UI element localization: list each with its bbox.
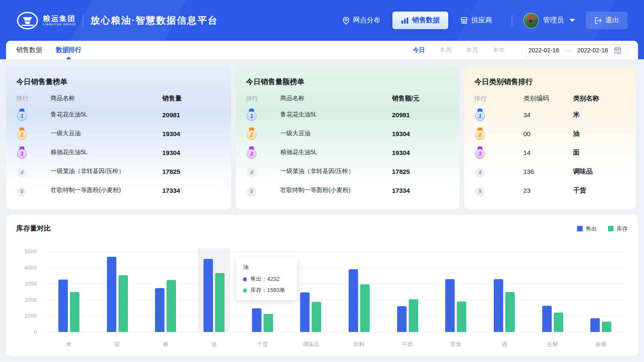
- sold-bar-牛奶[interactable]: [397, 306, 407, 332]
- stock-bar-干货[interactable]: [264, 314, 273, 332]
- value-cell: 17334: [392, 187, 449, 194]
- ranking-cards-row: 今日销售量榜单 排行 商品名称 销售量 1鲁花花生油5L209812一级大豆油1…: [6, 67, 638, 209]
- column-header-category: 类别名称: [573, 94, 626, 103]
- table-row: 4一级菜油（非转基因/压榨）17825: [16, 162, 221, 181]
- category-name-cell: 油: [573, 130, 626, 138]
- category-group-饮料[interactable]: [335, 251, 383, 332]
- rank-badge: 4: [246, 165, 257, 178]
- stock-bar-零食[interactable]: [457, 301, 466, 332]
- stock-bar-粮[interactable]: [167, 280, 176, 332]
- user-menu[interactable]: 管理员: [523, 13, 575, 28]
- nav-item-sales-data[interactable]: 销售数据: [392, 12, 448, 29]
- category-group-生鲜[interactable]: [529, 251, 577, 332]
- category-group-酒[interactable]: [480, 251, 529, 332]
- table-row: 5壮歌特制一等面粉(小麦粉)17334: [246, 181, 449, 200]
- sold-bar-杂粮[interactable]: [590, 318, 600, 332]
- medal-icon: 3: [246, 146, 257, 159]
- stock-bar-生鲜[interactable]: [554, 313, 563, 332]
- medal-icon: 1: [246, 109, 257, 121]
- category-code-cell: 136: [523, 168, 573, 175]
- nav-label: 供应商: [471, 16, 492, 25]
- category-group-面[interactable]: [93, 251, 142, 332]
- sold-bar-米[interactable]: [58, 280, 68, 332]
- rank-cell: 1: [474, 109, 523, 121]
- category-group-米[interactable]: [45, 251, 93, 332]
- calendar-icon[interactable]: [614, 47, 621, 54]
- sold-bar-粮[interactable]: [155, 288, 164, 332]
- category-code-cell: 34: [523, 111, 573, 119]
- table-row: 3粮驰花生油5L19304: [16, 143, 221, 162]
- legend-item-sold[interactable]: 售出: [577, 225, 597, 233]
- tooltip-row-stock: 库存：1593单: [243, 286, 290, 294]
- value-cell: 19304: [392, 149, 449, 156]
- date-range-picker[interactable]: 2022-02-18 — 2022-02-18: [522, 44, 628, 57]
- sold-bar-酒[interactable]: [494, 279, 503, 332]
- gridline: [45, 332, 625, 332]
- filter-today[interactable]: 今日: [413, 46, 425, 54]
- date-end[interactable]: 2022-02-18: [577, 47, 608, 54]
- rank-badge: 5: [16, 184, 27, 197]
- rank-cell: 4: [16, 165, 51, 178]
- filter-this-month[interactable]: 本月: [466, 46, 478, 54]
- rank-cell: 2: [474, 128, 523, 140]
- stock-bar-油[interactable]: [215, 273, 225, 332]
- sold-bar-零食[interactable]: [445, 279, 455, 332]
- filter-this-week[interactable]: 本周: [440, 46, 452, 54]
- medal-icon: 3: [474, 146, 486, 159]
- tab-sales-data[interactable]: 销售数据: [16, 41, 42, 59]
- category-group-零食[interactable]: [431, 251, 480, 332]
- sold-dot-icon: [243, 277, 247, 281]
- stock-bar-调味品[interactable]: [312, 302, 321, 332]
- bars-container: [45, 251, 625, 332]
- tooltip-title: 油: [243, 263, 290, 271]
- date-start[interactable]: 2022-02-18: [529, 47, 559, 54]
- x-axis-label: 粮: [141, 341, 190, 348]
- column-header-name: 商品名称: [51, 94, 162, 103]
- table-row: 3粮驰花生油5L19304: [246, 143, 449, 162]
- rank-cell: 3: [474, 146, 523, 159]
- sold-bar-面[interactable]: [107, 257, 116, 332]
- legend-item-stock[interactable]: 库存: [608, 225, 628, 233]
- stock-dot-icon: [243, 289, 247, 292]
- sold-bar-生鲜[interactable]: [542, 306, 552, 332]
- sold-bar-干货[interactable]: [252, 308, 261, 332]
- nav-item-network[interactable]: 网点分布: [334, 12, 389, 29]
- stock-bar-饮料[interactable]: [360, 284, 370, 332]
- avatar[interactable]: [523, 13, 539, 28]
- sold-bar-油[interactable]: [204, 259, 213, 332]
- stock-bar-酒[interactable]: [505, 292, 515, 332]
- medal-icon: 2: [16, 128, 27, 140]
- filter-this-year[interactable]: 本年: [493, 46, 505, 54]
- logout-icon: [595, 17, 602, 24]
- nav-item-suppliers[interactable]: 供应商: [452, 12, 501, 29]
- stock-bar-面[interactable]: [118, 275, 128, 332]
- table-row: 523干货: [474, 181, 626, 200]
- sold-bar-饮料[interactable]: [349, 269, 358, 332]
- product-name-cell: 一级大豆油: [51, 130, 162, 137]
- stock-bar-米[interactable]: [70, 292, 79, 332]
- stock-bar-杂粮[interactable]: [602, 322, 611, 332]
- category-group-油[interactable]: [190, 251, 238, 332]
- category-group-杂粮[interactable]: [577, 251, 625, 332]
- value-cell: 19304: [392, 130, 449, 137]
- brand-name-cn: 粮运集团: [43, 15, 76, 23]
- legend-swatch-stock: [608, 226, 614, 231]
- table-row: 4一级菜油（非转基因/压榨）17825: [246, 162, 449, 181]
- table-body: 1鲁花花生油5L209812一级大豆油193043粮驰花生油5L193044一级…: [16, 105, 221, 200]
- stock-bar-牛奶[interactable]: [409, 299, 418, 332]
- tab-data-ranking[interactable]: 数据排行: [56, 41, 82, 59]
- chevron-down-icon[interactable]: [570, 19, 575, 22]
- rank-cell: 5: [474, 184, 523, 197]
- category-group-粮[interactable]: [141, 251, 190, 332]
- rank-cell: 3: [246, 146, 280, 159]
- value-cell: 17825: [162, 168, 221, 175]
- logout-label: 退出: [605, 16, 619, 25]
- sold-bar-调味品[interactable]: [300, 292, 310, 332]
- category-group-牛奶[interactable]: [383, 251, 432, 332]
- x-axis-label: 调味品: [286, 341, 335, 348]
- location-pin-icon: [343, 17, 349, 24]
- logout-button[interactable]: 退出: [586, 12, 628, 29]
- table-row: 1鲁花花生油5L20981: [16, 105, 221, 124]
- x-axis-labels: 米面粮油干货调味品饮料牛奶零食酒生鲜杂粮: [45, 341, 625, 348]
- column-header-rank: 排行: [16, 94, 51, 103]
